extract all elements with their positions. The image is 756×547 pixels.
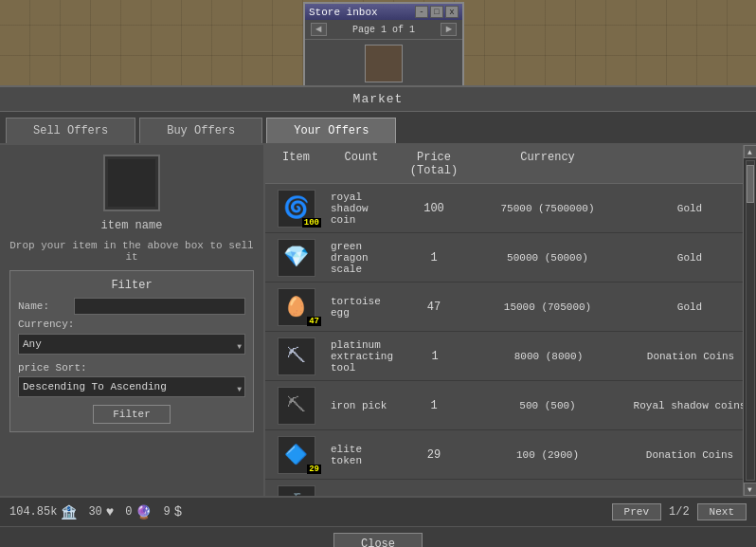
table-row[interactable]: 🧴 5 energy drink 5 50 (250) Jewels <box>265 480 756 496</box>
store-inbox-next[interactable]: ► <box>441 23 457 36</box>
orb-icon: 🔮 <box>135 504 152 520</box>
hp-status: 30 ♥ <box>88 504 114 520</box>
item-price-4: 500 (500) <box>472 400 623 411</box>
minimize-button[interactable]: - <box>415 6 428 18</box>
table-row[interactable]: ⛏ platinum extracting tool 1 8000 (8000)… <box>265 332 756 381</box>
store-item-placeholder <box>365 45 403 82</box>
name-input[interactable] <box>74 298 245 315</box>
store-inbox-titlebar: Store inbox - □ x <box>305 4 462 20</box>
item-name-1: green dragon scale <box>327 237 396 279</box>
gold-icon: 🏦 <box>61 504 77 520</box>
close-button[interactable]: Close <box>333 533 423 547</box>
scroll-thumb[interactable] <box>747 165 754 203</box>
th-price: Price (Total) <box>396 151 472 177</box>
price-sort-select[interactable]: Descending To Ascending <box>18 376 245 397</box>
filter-section: Filter Name: Currency: Any price Sort: D… <box>9 270 254 432</box>
item-price-3: 8000 (8000) <box>473 351 624 362</box>
iron-pick-icon: ⛏ <box>278 387 315 425</box>
item-icon-cell: 🥚 47 <box>265 284 327 330</box>
mana-status: 0 🔮 <box>125 504 152 520</box>
item-currency-3: Donation Coins <box>624 351 756 362</box>
scroll-track <box>746 160 755 481</box>
price-sort-wrapper: Descending To Ascending <box>18 376 245 401</box>
item-icon-cell: 🔷 29 <box>265 432 327 478</box>
close-row: Close <box>0 526 756 547</box>
store-inbox-page: Page 1 of 1 <box>352 25 415 35</box>
item-price-5: 100 (2900) <box>472 449 623 461</box>
item-badge-5: 29 <box>307 465 321 474</box>
name-label: Name: <box>18 301 70 312</box>
item-name-4: iron pick <box>327 396 396 415</box>
item-price-0: 75000 (7500000) <box>472 203 623 214</box>
hp-value: 30 <box>88 505 101 519</box>
item-icon-cell: 🌀 100 <box>265 186 327 231</box>
item-price-1: 50000 (50000) <box>472 252 623 264</box>
nav-buttons: Prev 1/2 Next <box>612 503 747 520</box>
gold-value: 104.85k <box>9 505 57 519</box>
item-name-0: royal shadow coin <box>327 188 396 229</box>
right-panel: Item Count Price (Total) Currency 🌀 100 … <box>265 145 756 496</box>
item-count-0: 100 <box>396 202 472 215</box>
currency-label: Currency: <box>18 319 70 330</box>
item-currency-4: Royal shadow coins <box>623 400 756 411</box>
table-row[interactable]: 🥚 47 tortoise egg 47 15000 (705000) Gold <box>265 283 756 332</box>
status-bar: 104.85k 🏦 30 ♥ 0 🔮 9 $ Prev 1/2 Next <box>0 496 756 526</box>
th-count: Count <box>327 151 396 177</box>
item-currency-5: Donation Coins <box>623 449 756 461</box>
item-count-1: 1 <box>396 251 472 264</box>
tab-your-offers[interactable]: Your Offers <box>266 118 396 143</box>
store-inbox-content <box>305 40 462 87</box>
dollar-icon: $ <box>174 504 182 520</box>
filter-title: Filter <box>18 279 245 292</box>
item-name-6: energy drink <box>327 489 396 497</box>
mana-value: 0 <box>125 505 132 519</box>
scroll-up[interactable]: ▲ <box>744 145 757 158</box>
left-panel: item name Drop your item in the above bo… <box>0 145 265 496</box>
platinum-tool-icon: ⛏ <box>278 337 315 375</box>
energy-drink-icon: 🧴 <box>278 485 315 497</box>
tabs-row: Sell Offers Buy Offers Your Offers <box>0 112 756 145</box>
item-name-2: tortoise egg <box>327 292 396 322</box>
heart-icon: ♥ <box>106 504 114 520</box>
item-drop-inner <box>108 159 155 207</box>
item-icon-cell: ⛏ <box>265 334 327 379</box>
item-count-2: 47 <box>396 301 472 314</box>
item-count-4: 1 <box>396 399 472 412</box>
store-inbox-title: Store inbox <box>309 7 378 18</box>
gold-status: 104.85k 🏦 <box>9 504 77 520</box>
market-dialog: Market Sell Offers Buy Offers Your Offer… <box>0 85 756 547</box>
prev-button[interactable]: Prev <box>612 503 661 520</box>
item-name-5: elite token <box>327 440 396 470</box>
table-row[interactable]: 💎 green dragon scale 1 50000 (50000) Gol… <box>265 233 756 283</box>
th-currency: Currency <box>472 151 623 177</box>
item-icon-cell: 💎 <box>265 235 327 281</box>
table-row[interactable]: 🔷 29 elite token 29 100 (2900) Donation … <box>265 430 756 480</box>
price-sort-label: price Sort: <box>18 362 245 374</box>
content-area: item name Drop your item in the above bo… <box>0 145 756 496</box>
currency-value: 9 <box>163 505 170 519</box>
item-icon-cell: 🧴 5 <box>265 482 327 497</box>
item-currency-2: Gold <box>623 301 756 313</box>
filter-button[interactable]: Filter <box>93 405 171 424</box>
market-header: Market <box>0 87 756 112</box>
item-drop-box[interactable] <box>103 155 160 211</box>
right-scrollbar[interactable]: ▲ ▼ <box>743 145 756 496</box>
close-window-button[interactable]: x <box>445 6 459 18</box>
store-inbox-nav: ◄ Page 1 of 1 ► <box>305 20 462 40</box>
store-inbox-prev[interactable]: ◄ <box>311 23 327 36</box>
maximize-button[interactable]: □ <box>430 6 443 18</box>
scroll-down[interactable]: ▼ <box>744 483 757 496</box>
item-count-3: 1 <box>397 350 473 363</box>
currency-select[interactable]: Any <box>18 334 245 355</box>
item-currency-0: Gold <box>623 203 756 214</box>
table-header: Item Count Price (Total) Currency <box>265 145 756 184</box>
tab-buy-offers[interactable]: Buy Offers <box>139 118 262 143</box>
table-row[interactable]: ⛏ iron pick 1 500 (500) Royal shadow coi… <box>265 381 756 430</box>
item-badge-2: 47 <box>307 317 321 326</box>
item-icon-cell: ⛏ <box>265 383 327 428</box>
page-indicator: 1/2 <box>665 505 693 519</box>
item-name-label: item name <box>101 219 163 232</box>
table-row[interactable]: 🌀 100 royal shadow coin 100 75000 (75000… <box>265 184 756 233</box>
tab-sell-offers[interactable]: Sell Offers <box>6 118 135 143</box>
next-button[interactable]: Next <box>697 503 747 520</box>
